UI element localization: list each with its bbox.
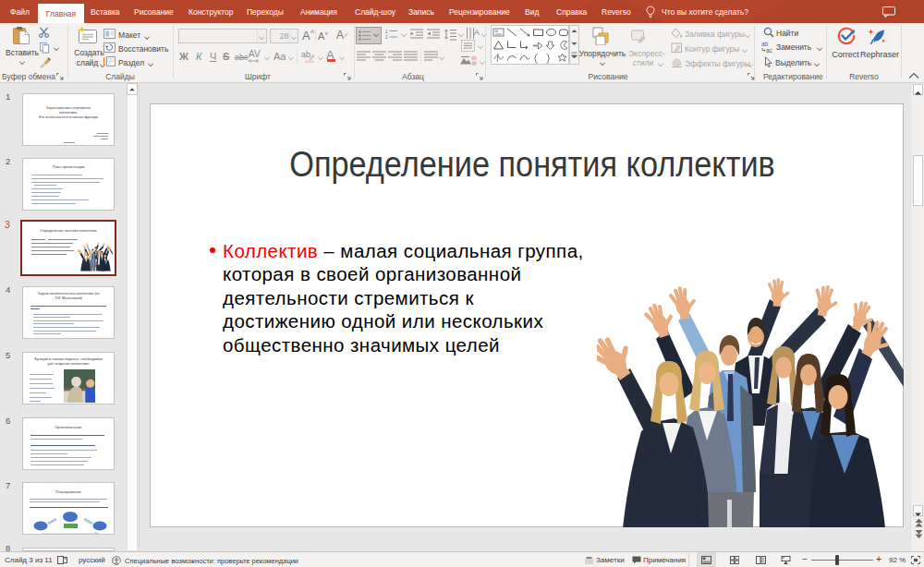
svg-text:ac: ac — [766, 47, 773, 54]
svg-text:А: А — [336, 29, 344, 42]
svg-text:ab: ab — [301, 50, 310, 59]
svg-text:2: 2 — [385, 35, 388, 40]
svg-text:1: 1 — [385, 30, 388, 34]
svg-text:А: А — [474, 28, 480, 37]
